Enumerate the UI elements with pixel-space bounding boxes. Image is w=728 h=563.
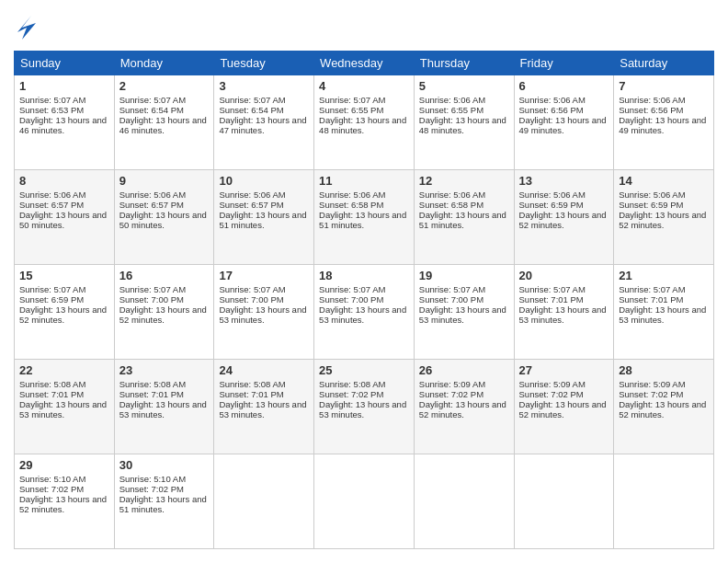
daylight: Daylight: 13 hours and 53 minutes. bbox=[219, 399, 306, 419]
sunset: Sunset: 7:01 PM bbox=[19, 389, 84, 399]
sunset: Sunset: 7:01 PM bbox=[519, 294, 584, 304]
day-number: 6 bbox=[519, 79, 609, 93]
sunrise: Sunrise: 5:07 AM bbox=[19, 95, 85, 105]
sunrise: Sunrise: 5:06 AM bbox=[119, 190, 186, 200]
sunrise: Sunrise: 5:06 AM bbox=[19, 190, 85, 200]
day-number: 10 bbox=[219, 174, 309, 188]
daylight: Daylight: 13 hours and 53 minutes. bbox=[319, 399, 406, 419]
sunrise: Sunrise: 5:07 AM bbox=[119, 95, 186, 105]
sunrise: Sunrise: 5:08 AM bbox=[19, 379, 85, 389]
sunrise: Sunrise: 5:06 AM bbox=[319, 190, 385, 200]
calendar-cell: 10Sunrise: 5:06 AMSunset: 6:57 PMDayligh… bbox=[214, 170, 314, 265]
sunrise: Sunrise: 5:08 AM bbox=[319, 379, 385, 389]
calendar-cell: 24Sunrise: 5:08 AMSunset: 7:01 PMDayligh… bbox=[214, 360, 314, 454]
sunset: Sunset: 6:57 PM bbox=[119, 200, 184, 210]
weekday-header: Friday bbox=[514, 52, 614, 75]
day-number: 20 bbox=[519, 269, 609, 282]
calendar-cell: 23Sunrise: 5:08 AMSunset: 7:01 PMDayligh… bbox=[114, 360, 214, 454]
day-number: 25 bbox=[319, 363, 409, 377]
logo-icon bbox=[17, 14, 36, 41]
day-number: 28 bbox=[619, 363, 709, 377]
daylight: Daylight: 13 hours and 52 minutes. bbox=[619, 399, 706, 419]
daylight: Daylight: 13 hours and 52 minutes. bbox=[19, 304, 107, 325]
calendar-cell: 5Sunrise: 5:06 AMSunset: 6:55 PMDaylight… bbox=[414, 75, 514, 170]
sunset: Sunset: 7:01 PM bbox=[619, 294, 683, 304]
daylight: Daylight: 13 hours and 52 minutes. bbox=[119, 304, 207, 325]
weekday-header: Saturday bbox=[614, 52, 714, 75]
calendar-cell: 16Sunrise: 5:07 AMSunset: 7:00 PMDayligh… bbox=[114, 265, 214, 360]
calendar-cell: 17Sunrise: 5:07 AMSunset: 7:00 PMDayligh… bbox=[214, 265, 314, 360]
weekday-header: Tuesday bbox=[214, 52, 314, 75]
calendar-cell: 25Sunrise: 5:08 AMSunset: 7:02 PMDayligh… bbox=[314, 360, 415, 454]
weekday-header: Sunday bbox=[15, 52, 115, 75]
sunrise: Sunrise: 5:07 AM bbox=[219, 95, 285, 105]
daylight: Daylight: 13 hours and 46 minutes. bbox=[19, 115, 107, 135]
sunset: Sunset: 7:02 PM bbox=[419, 389, 483, 399]
sunrise: Sunrise: 5:10 AM bbox=[119, 474, 186, 484]
sunset: Sunset: 6:59 PM bbox=[519, 200, 584, 210]
calendar-cell: 11Sunrise: 5:06 AMSunset: 6:58 PMDayligh… bbox=[314, 170, 415, 265]
calendar-cell: 3Sunrise: 5:07 AMSunset: 6:54 PMDaylight… bbox=[214, 75, 314, 170]
calendar-cell: 9Sunrise: 5:06 AMSunset: 6:57 PMDaylight… bbox=[114, 170, 214, 265]
day-number: 4 bbox=[319, 79, 409, 93]
sunrise: Sunrise: 5:06 AM bbox=[419, 95, 485, 105]
calendar-cell bbox=[314, 454, 415, 549]
daylight: Daylight: 13 hours and 48 minutes. bbox=[419, 115, 506, 135]
day-number: 27 bbox=[519, 363, 609, 377]
sunrise: Sunrise: 5:06 AM bbox=[619, 190, 685, 200]
calendar-cell bbox=[414, 454, 514, 549]
calendar-cell: 26Sunrise: 5:09 AMSunset: 7:02 PMDayligh… bbox=[414, 360, 514, 454]
calendar-cell bbox=[514, 454, 614, 549]
daylight: Daylight: 13 hours and 51 minutes. bbox=[319, 210, 406, 230]
calendar-cell: 18Sunrise: 5:07 AMSunset: 7:00 PMDayligh… bbox=[314, 265, 415, 360]
daylight: Daylight: 13 hours and 47 minutes. bbox=[219, 115, 306, 135]
calendar-cell: 8Sunrise: 5:06 AMSunset: 6:57 PMDaylight… bbox=[15, 170, 115, 265]
calendar-cell: 13Sunrise: 5:06 AMSunset: 6:59 PMDayligh… bbox=[514, 170, 614, 265]
calendar-cell: 30Sunrise: 5:10 AMSunset: 7:02 PMDayligh… bbox=[114, 454, 214, 549]
sunset: Sunset: 6:54 PM bbox=[119, 105, 184, 115]
calendar-cell: 20Sunrise: 5:07 AMSunset: 7:01 PMDayligh… bbox=[514, 265, 614, 360]
sunrise: Sunrise: 5:09 AM bbox=[519, 379, 586, 389]
sunrise: Sunrise: 5:07 AM bbox=[519, 284, 586, 294]
sunset: Sunset: 7:02 PM bbox=[19, 484, 84, 494]
sunset: Sunset: 6:53 PM bbox=[19, 105, 84, 115]
daylight: Daylight: 13 hours and 49 minutes. bbox=[619, 115, 706, 135]
day-number: 19 bbox=[419, 269, 509, 282]
sunset: Sunset: 7:02 PM bbox=[319, 389, 383, 399]
day-number: 21 bbox=[619, 269, 709, 282]
daylight: Daylight: 13 hours and 53 minutes. bbox=[519, 304, 607, 325]
daylight: Daylight: 13 hours and 52 minutes. bbox=[19, 494, 107, 514]
day-number: 12 bbox=[419, 174, 509, 188]
daylight: Daylight: 13 hours and 53 minutes. bbox=[619, 304, 706, 325]
sunrise: Sunrise: 5:08 AM bbox=[119, 379, 186, 389]
day-number: 14 bbox=[619, 174, 709, 188]
sunrise: Sunrise: 5:08 AM bbox=[219, 379, 285, 389]
sunset: Sunset: 6:56 PM bbox=[619, 105, 683, 115]
day-number: 11 bbox=[319, 174, 409, 188]
day-number: 8 bbox=[19, 174, 109, 188]
day-number: 29 bbox=[19, 458, 109, 472]
daylight: Daylight: 13 hours and 52 minutes. bbox=[519, 210, 607, 230]
calendar-cell bbox=[214, 454, 314, 549]
sunrise: Sunrise: 5:09 AM bbox=[419, 379, 485, 389]
daylight: Daylight: 13 hours and 52 minutes. bbox=[519, 399, 607, 419]
day-number: 23 bbox=[119, 363, 210, 377]
sunrise: Sunrise: 5:07 AM bbox=[219, 284, 285, 294]
day-number: 15 bbox=[19, 269, 109, 282]
sunrise: Sunrise: 5:07 AM bbox=[119, 284, 186, 294]
sunrise: Sunrise: 5:07 AM bbox=[19, 284, 85, 294]
calendar-cell: 6Sunrise: 5:06 AMSunset: 6:56 PMDaylight… bbox=[514, 75, 614, 170]
sunset: Sunset: 6:57 PM bbox=[219, 200, 283, 210]
day-number: 1 bbox=[19, 79, 109, 93]
sunset: Sunset: 6:59 PM bbox=[19, 294, 84, 304]
sunrise: Sunrise: 5:06 AM bbox=[519, 95, 586, 105]
sunset: Sunset: 7:00 PM bbox=[119, 294, 184, 304]
calendar-cell: 12Sunrise: 5:06 AMSunset: 6:58 PMDayligh… bbox=[414, 170, 514, 265]
calendar-cell: 22Sunrise: 5:08 AMSunset: 7:01 PMDayligh… bbox=[15, 360, 115, 454]
daylight: Daylight: 13 hours and 51 minutes. bbox=[119, 494, 207, 514]
sunset: Sunset: 7:02 PM bbox=[119, 484, 184, 494]
day-number: 30 bbox=[119, 458, 210, 472]
calendar-cell: 27Sunrise: 5:09 AMSunset: 7:02 PMDayligh… bbox=[514, 360, 614, 454]
sunset: Sunset: 7:02 PM bbox=[519, 389, 584, 399]
daylight: Daylight: 13 hours and 53 minutes. bbox=[119, 399, 207, 419]
